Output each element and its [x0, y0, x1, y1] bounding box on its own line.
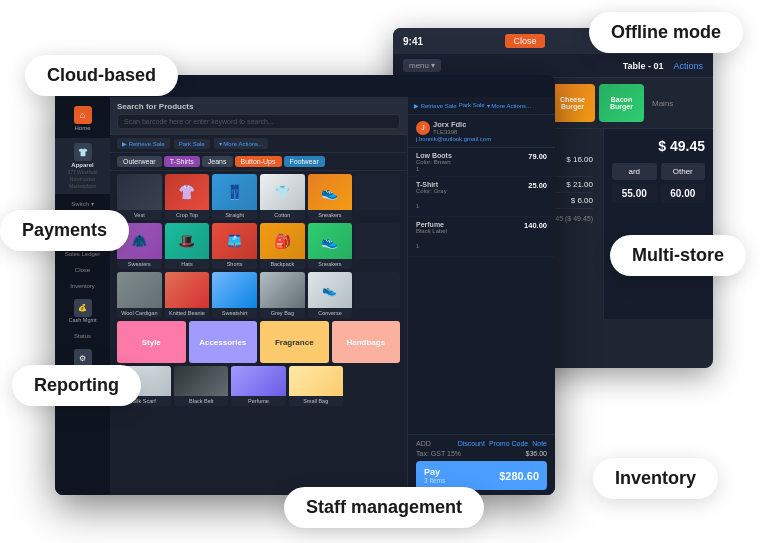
sidebar-item-cash-mgmt[interactable]: 💰 Cash Mgmt — [55, 295, 110, 327]
tab-outerwear[interactable]: Outerwear — [117, 156, 162, 167]
product-sneakers-2[interactable]: 👟 Sneakers — [308, 223, 353, 269]
product-sneakers[interactable]: 👟 Sneakers — [308, 174, 353, 220]
park-sale-btn[interactable]: Park Sale — [174, 139, 210, 149]
close-button[interactable]: Close — [505, 34, 544, 48]
cloud-based-label: Cloud-based — [25, 55, 178, 96]
tax-amount: $36.00 — [526, 450, 547, 457]
menu-button[interactable]: menu ▾ — [403, 59, 441, 72]
customer-email: j.bonnik@outlook.gmail.com — [416, 136, 547, 142]
product-hats[interactable]: 🎩 Hats — [165, 223, 210, 269]
cart-item-2[interactable]: T-Shirt Color: Gray 25.00 1 — [408, 177, 555, 217]
product-cotton[interactable]: 👕 Cotton — [260, 174, 305, 220]
inventory-label: Inventory — [593, 458, 718, 499]
search-title: Search for Products — [117, 102, 400, 111]
sidebar-label-apparel: Apparel — [71, 162, 93, 168]
promo-code-btn[interactable]: Promo Code — [489, 440, 528, 447]
cart-park-btn[interactable]: Park Sale — [459, 102, 485, 109]
product-sweatshirt[interactable]: Sweatshirt — [212, 272, 257, 318]
customer-id: TLE3398 — [433, 129, 466, 135]
note-btn[interactable]: Note — [532, 440, 547, 447]
table-name: Table - 01 — [623, 61, 664, 71]
multi-store-label: Multi-store — [610, 235, 746, 276]
category-fragrance[interactable]: Fragrance — [260, 321, 329, 363]
tab-buttonups[interactable]: Button-Ups — [235, 156, 282, 167]
product-small-bag[interactable]: Small Bag — [289, 366, 343, 406]
product-black-belt[interactable]: Black Belt — [174, 366, 228, 406]
cart-item-3[interactable]: Perfume Black Label 140.00 1 — [408, 217, 555, 257]
pay-button[interactable]: Pay 3 Items $280.60 — [416, 461, 547, 490]
cart-item-1[interactable]: Low Boots Color: Brown 79.00 1 — [408, 148, 555, 177]
product-perfume[interactable]: Perfume — [231, 366, 285, 406]
total-amount: $ 49.45 — [658, 138, 705, 154]
sidebar-label-home: Home — [74, 125, 90, 131]
reporting-label: Reporting — [12, 365, 141, 406]
back-screen-time: 9:41 — [403, 36, 423, 47]
pay-label: Pay — [424, 467, 445, 477]
amount-55[interactable]: 55.00 — [612, 184, 657, 203]
sidebar-item-close[interactable]: Close — [55, 263, 110, 277]
offline-mode-label: Offline mode — [589, 12, 743, 53]
category-handbags[interactable]: Handbags — [332, 321, 401, 363]
tab-footwear[interactable]: Footwear — [284, 156, 325, 167]
product-backpack[interactable]: 🎒 Backpack — [260, 223, 305, 269]
add-label: ADD — [416, 440, 431, 447]
main-screen: ⚡ Lightspeed Denim Store ⌂ Home 👕 Appare… — [55, 75, 555, 495]
payments-label: Payments — [0, 210, 129, 251]
pay-amount: $280.60 — [499, 470, 539, 482]
amount-60[interactable]: 60.00 — [661, 184, 706, 203]
other-button[interactable]: Other — [661, 163, 706, 180]
sidebar-item-switch[interactable]: Switch ▾ — [55, 196, 110, 211]
actions-button[interactable]: Actions — [673, 61, 703, 71]
product-knitted-beanie[interactable]: Knitted Beanie — [165, 272, 210, 318]
product-vest[interactable]: Vest — [117, 174, 162, 220]
product-empty-1 — [355, 174, 400, 220]
cart-more-btn[interactable]: ▾ More Actions... — [487, 102, 531, 109]
tab-jeans[interactable]: Jeans — [202, 156, 233, 167]
sidebar-item-status[interactable]: Status — [55, 329, 110, 343]
sidebar-item-home[interactable]: ⌂ Home — [55, 101, 110, 136]
customer-name: Jorx Fdlc — [433, 120, 466, 129]
search-input[interactable]: Scan barcode here or enter keyword to se… — [117, 114, 400, 129]
product-converse[interactable]: 👟 Converse — [308, 272, 353, 318]
category-style[interactable]: Style — [117, 321, 186, 363]
retrieve-sale-btn[interactable]: ▶ Retrieve Sale — [117, 138, 170, 149]
cart-retrieve-btn[interactable]: ▶ Retrieve Sale — [414, 102, 457, 109]
product-straight[interactable]: 👖 Straight — [212, 174, 257, 220]
product-crop-top[interactable]: 👚 Crop Top — [165, 174, 210, 220]
sidebar-item-apparel[interactable]: 👕 Apparel 377 Westfield Newmarket Market… — [55, 138, 110, 194]
tax-label: Tax: GST 15% — [416, 450, 461, 457]
tab-tshirts[interactable]: T-Shirts — [164, 156, 200, 167]
card-button[interactable]: ard — [612, 163, 657, 180]
category-accessories[interactable]: Accessories — [189, 321, 258, 363]
discount-btn[interactable]: Discount — [458, 440, 485, 447]
product-shorts[interactable]: 🩳 Shorts — [212, 223, 257, 269]
sidebar-item-inventory[interactable]: Inventory — [55, 279, 110, 293]
staff-management-label: Staff management — [284, 487, 484, 528]
more-actions-btn[interactable]: ▾ More Actions... — [214, 138, 268, 149]
product-grey-bag[interactable]: Grey Bag — [260, 272, 305, 318]
product-wool-cardigan[interactable]: Wool Cardigan — [117, 272, 162, 318]
pay-items: 3 Items — [424, 477, 445, 484]
customer-avatar: J — [416, 121, 430, 135]
